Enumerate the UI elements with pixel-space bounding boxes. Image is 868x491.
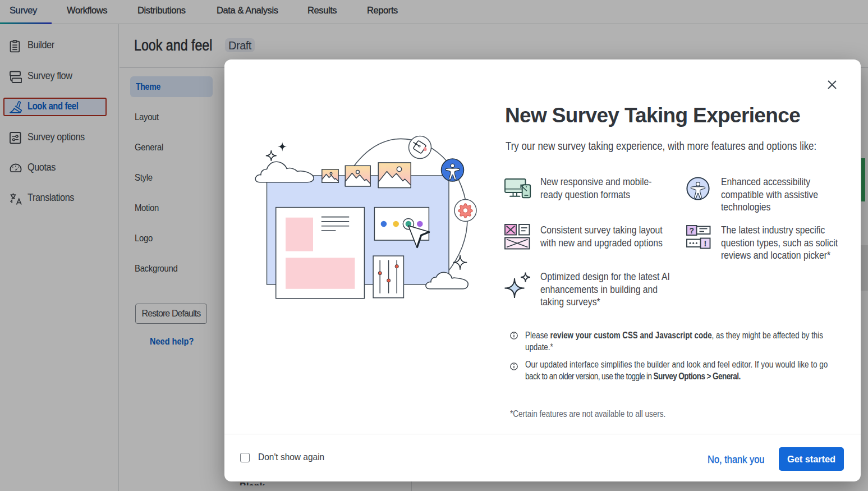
svg-text:!: !	[704, 239, 707, 248]
svg-text:?: ?	[689, 226, 694, 235]
